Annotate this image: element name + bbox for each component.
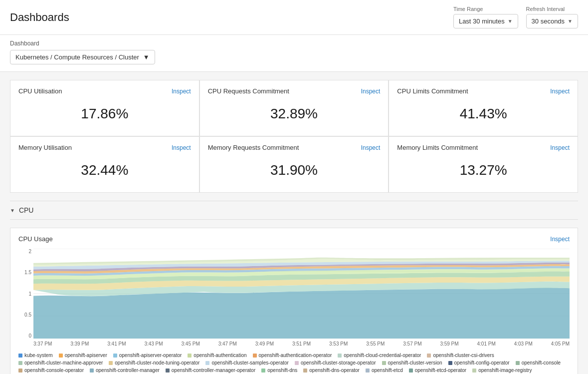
legend-label: openshift-dns-operator	[309, 368, 360, 373]
legend-color	[18, 354, 22, 358]
legend-item: openshift-authentication	[188, 353, 246, 358]
cpu-section-header[interactable]: ▼ CPU	[10, 201, 578, 220]
legend-color	[516, 361, 520, 365]
legend-item: openshift-etcd-operator	[409, 368, 466, 373]
legend-label: openshift-authentication	[194, 353, 246, 358]
dashboard-select-chevron-icon: ▼	[143, 53, 150, 61]
dashboard-select[interactable]: Kubernetes / Compute Resources / Cluster…	[10, 50, 155, 64]
legend-item: openshift-cloud-credential-operator	[338, 353, 421, 358]
legend-item: openshift-controller-manager-operator	[166, 368, 255, 373]
stat-card-4: Memory Requests Commitment Inspect 31.90…	[200, 137, 389, 192]
legend-item: openshift-console-operator	[18, 368, 84, 373]
stat-title-5: Memory Limits Commitment	[397, 144, 478, 151]
legend-label: openshift-config-operator	[454, 360, 510, 366]
x-label: 3:59 PM	[440, 341, 458, 347]
stat-inspect-link-4[interactable]: Inspect	[361, 144, 381, 151]
legend-item: openshift-authentication-operator	[253, 353, 332, 358]
stat-inspect-link-5[interactable]: Inspect	[550, 144, 570, 151]
stat-title-1: CPU Requests Commitment	[208, 87, 289, 95]
x-label: 3:41 PM	[107, 341, 126, 347]
legend-label: openshift-cluster-version	[388, 360, 442, 366]
chart-panel-header: CPU Usage Inspect	[18, 235, 570, 243]
stat-card-0: CPU Utilisation Inspect 17.86%	[10, 80, 199, 136]
y-label: 1	[28, 291, 31, 297]
legend-label: openshift-image-registry	[478, 368, 532, 373]
legend-color	[90, 369, 94, 373]
x-label: 3:37 PM	[33, 341, 52, 347]
time-range-label: Time Range	[453, 6, 483, 12]
legend-color	[472, 369, 476, 373]
legend-item: openshift-console	[516, 360, 561, 366]
stat-inspect-link-2[interactable]: Inspect	[550, 88, 570, 95]
stat-card-header-5: Memory Limits Commitment Inspect	[397, 144, 570, 151]
y-axis: 21.510.50	[18, 249, 33, 339]
legend-color	[303, 369, 307, 373]
stat-card-1: CPU Requests Commitment Inspect 32.89%	[200, 80, 389, 136]
legend-label: openshift-console-operator	[24, 368, 84, 373]
x-label: 3:55 PM	[366, 341, 385, 347]
stat-value-1: 32.89%	[208, 101, 381, 127]
cpu-section-chevron-icon: ▼	[10, 208, 15, 213]
legend-label: openshift-authentication-operator	[259, 353, 332, 358]
refresh-interval-chevron-icon: ▼	[568, 18, 573, 24]
legend-label: openshift-cluster-csi-drivers	[433, 353, 494, 358]
x-label: 3:51 PM	[292, 341, 311, 347]
stat-inspect-link-1[interactable]: Inspect	[361, 88, 381, 95]
stat-value-4: 31.90%	[208, 157, 381, 183]
stat-title-0: CPU Utilisation	[18, 87, 62, 95]
x-label: 4:03 PM	[514, 341, 533, 347]
dashboard-bar-label: Dashboard	[10, 40, 578, 47]
x-label: 3:57 PM	[403, 341, 421, 347]
legend-label: openshift-apiserver-operator	[119, 353, 182, 358]
stat-title-4: Memory Requests Commitment	[208, 144, 299, 151]
legend-label: openshift-dns	[267, 368, 297, 373]
chart-area: 21.510.50	[18, 249, 570, 349]
header-controls: Time Range Last 30 minutes ▼ Refresh Int…	[453, 6, 578, 28]
legend-color	[109, 361, 113, 365]
legend-color	[427, 354, 431, 358]
chart-canvas	[33, 249, 570, 339]
refresh-interval-select[interactable]: 30 seconds ▼	[526, 14, 578, 28]
legend-label: openshift-controller-manager-operator	[172, 368, 255, 373]
x-axis: 3:37 PM3:39 PM3:41 PM3:43 PM3:45 PM3:47 …	[33, 339, 570, 349]
cpu-chart-inspect-link[interactable]: Inspect	[550, 236, 570, 243]
legend-color	[113, 354, 117, 358]
legend-item: openshift-cluster-machine-approver	[18, 360, 103, 366]
legend-item: openshift-cluster-version	[382, 360, 442, 366]
legend-label: openshift-cluster-samples-operator	[211, 360, 289, 366]
chart-legend: kube-systemopenshift-apiserveropenshift-…	[18, 353, 570, 374]
legend-item: openshift-cluster-storage-operator	[295, 360, 376, 366]
legend-label: openshift-cluster-storage-operator	[301, 360, 376, 366]
stat-value-5: 13.27%	[397, 157, 570, 183]
stat-value-2: 41.43%	[397, 101, 570, 127]
legend-item: openshift-config-operator	[448, 360, 510, 366]
legend-label: openshift-cluster-machine-approver	[24, 360, 103, 366]
x-label: 3:45 PM	[182, 341, 200, 347]
stat-card-header-3: Memory Utilisation Inspect	[18, 144, 191, 151]
stat-inspect-link-0[interactable]: Inspect	[172, 88, 191, 95]
legend-color	[18, 361, 22, 365]
legend-color	[382, 361, 386, 365]
time-range-select[interactable]: Last 30 minutes ▼	[453, 14, 518, 28]
main-content: CPU Utilisation Inspect 17.86% CPU Reque…	[0, 72, 588, 374]
legend-color	[253, 354, 257, 358]
y-label: 0	[28, 333, 31, 339]
legend-color	[188, 354, 192, 358]
stat-card-header-4: Memory Requests Commitment Inspect	[208, 144, 381, 151]
legend-item: kube-system	[18, 353, 53, 358]
x-label: 3:47 PM	[218, 341, 237, 347]
legend-label: openshift-controller-manager	[96, 368, 160, 373]
legend-color	[59, 354, 63, 358]
stat-inspect-link-3[interactable]: Inspect	[172, 144, 191, 151]
x-label: 3:49 PM	[255, 341, 274, 347]
stat-card-header-2: CPU Limits Commitment Inspect	[397, 87, 570, 95]
y-label: 2	[28, 249, 31, 254]
stat-card-header-0: CPU Utilisation Inspect	[18, 87, 191, 95]
cpu-usage-panel: CPU Usage Inspect 21.510.50	[10, 228, 578, 374]
legend-label: kube-system	[24, 353, 53, 358]
y-label: 1.5	[24, 270, 31, 275]
dashboard-bar: Dashboard Kubernetes / Compute Resources…	[0, 35, 588, 72]
x-label: 3:53 PM	[329, 341, 348, 347]
stat-value-0: 17.86%	[18, 101, 191, 127]
legend-label: openshift-cluster-node-tuning-operator	[115, 360, 199, 366]
